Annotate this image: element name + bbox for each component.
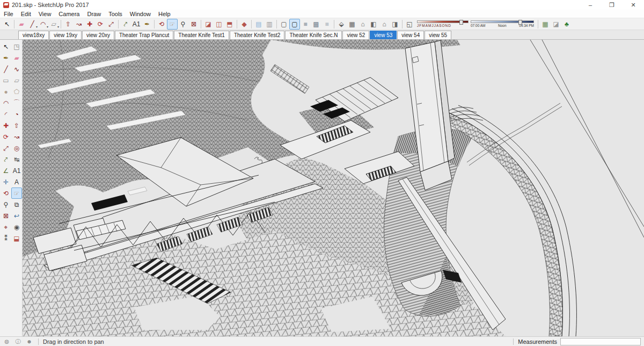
scale-icon[interactable]: ⤢: [1, 142, 11, 154]
tab-theater-trap-plancut[interactable]: Theater Trap Plancut: [115, 31, 173, 39]
pan-tool-icon[interactable]: ☞: [167, 19, 178, 30]
tab-theater-knife-sec-n[interactable]: Theater Knife Sec.N: [285, 31, 342, 39]
shadow-time-slider[interactable]: 07:00 AM Noon 04:34 PM: [471, 20, 534, 27]
offset-icon[interactable]: ◎: [11, 142, 22, 154]
section-display-icon[interactable]: ◫: [214, 19, 224, 30]
zoom-extents-icon[interactable]: ⊠: [188, 19, 199, 30]
eraser-icon[interactable]: ▰: [11, 52, 22, 63]
section-fill-icon[interactable]: ◆: [239, 19, 250, 30]
text-tool-icon[interactable]: A1: [131, 19, 142, 30]
three-point-arc-icon[interactable]: ◜: [1, 109, 11, 120]
menu-window[interactable]: Window: [126, 10, 155, 18]
view-top-icon[interactable]: ▦: [347, 19, 357, 30]
rotate-icon[interactable]: ⟳: [1, 131, 11, 142]
rectangle-tool-icon[interactable]: ▱ ▾: [48, 19, 59, 30]
view-iso-icon[interactable]: ⬙: [336, 19, 347, 30]
zoom-window-icon[interactable]: ⧉: [11, 199, 22, 210]
follow-me-tool-icon[interactable]: ↝: [74, 19, 84, 30]
line-icon[interactable]: ╱: [1, 63, 11, 75]
paint-bucket-icon[interactable]: ✒: [1, 52, 11, 63]
position-camera-icon[interactable]: ⌖: [1, 221, 11, 233]
section-cut-icon[interactable]: ⬒: [224, 19, 235, 30]
make-component-icon[interactable]: ◳: [11, 41, 22, 52]
freehand-icon[interactable]: ∿: [11, 63, 22, 75]
pie-icon[interactable]: ◔: [11, 109, 22, 120]
rotated-rectangle-icon[interactable]: ▱: [11, 75, 22, 86]
arc-tool-icon[interactable]: ◠ ▾: [38, 19, 48, 30]
geolocation-icon[interactable]: ◍: [3, 338, 10, 345]
menu-camera[interactable]: Camera: [55, 10, 83, 18]
tab-theater-knife-test2[interactable]: Theater Knife Test2: [230, 31, 285, 39]
section-plane-icon[interactable]: ⬓: [11, 233, 22, 244]
3d-text-icon[interactable]: A: [11, 176, 22, 188]
circle-icon[interactable]: ●: [1, 86, 11, 97]
tape-measure-tool-icon[interactable]: ⤤: [120, 19, 131, 30]
sign-in-icon[interactable]: ☻: [26, 338, 33, 345]
tab-view-52[interactable]: view 52: [342, 31, 369, 39]
shaded-style-icon[interactable]: ■: [300, 19, 311, 30]
dimension-icon[interactable]: ↹: [11, 154, 22, 165]
select-tool-icon[interactable]: ↖: [1, 41, 11, 52]
model-viewport[interactable]: [23, 40, 644, 336]
pan-icon[interactable]: ☞: [11, 188, 22, 199]
monochrome-style-icon[interactable]: ■: [321, 19, 332, 30]
push-pull-icon[interactable]: ⇧: [11, 120, 22, 131]
shadows-toggle-icon[interactable]: ◱: [404, 19, 415, 30]
menu-draw[interactable]: Draw: [83, 10, 105, 18]
view-left-icon[interactable]: ◨: [390, 19, 400, 30]
move-icon[interactable]: ✚: [1, 120, 11, 131]
tab-view-55[interactable]: view 55: [425, 31, 451, 39]
back-edges-style-icon[interactable]: ▥: [264, 19, 275, 30]
menu-tools[interactable]: Tools: [105, 10, 126, 18]
follow-me-icon[interactable]: ↝: [11, 131, 22, 142]
tab-theater-knife-test1[interactable]: Theater Knife Test1: [174, 31, 229, 39]
tab-view-53[interactable]: view 53: [370, 31, 397, 39]
measurements-input[interactable]: [560, 338, 641, 345]
menu-help[interactable]: Help: [155, 10, 174, 18]
eraser-tool-icon[interactable]: ▰: [16, 19, 27, 30]
zoom-icon[interactable]: ⚲: [1, 199, 11, 210]
push-pull-tool-icon[interactable]: ⇧: [63, 19, 74, 30]
add-location-icon[interactable]: ▦: [540, 19, 551, 30]
tape-measure-icon[interactable]: ⤤: [1, 154, 11, 165]
tab-view-20xy[interactable]: view 20xy: [82, 31, 114, 39]
shadow-time-bar[interactable]: [471, 20, 534, 23]
zoom-previous-icon[interactable]: ↩: [11, 210, 22, 221]
wireframe-style-icon[interactable]: ▢: [279, 19, 289, 30]
protractor-icon[interactable]: ∠: [1, 165, 11, 176]
shaded-textures-style-icon[interactable]: ▩: [311, 19, 321, 30]
dropdown-arrow-icon[interactable]: ▾: [57, 25, 59, 28]
paint-bucket-tool-icon[interactable]: ✒: [142, 19, 152, 30]
polygon-icon[interactable]: ⬠: [11, 86, 22, 97]
get-models-icon[interactable]: ♣: [561, 19, 572, 30]
rotate-tool-icon[interactable]: ⟳: [95, 19, 106, 30]
view-right-icon[interactable]: ◧: [368, 19, 379, 30]
hidden-line-style-icon[interactable]: ▢: [289, 19, 300, 30]
select-tool-icon[interactable]: ↖: [2, 19, 12, 30]
shadow-month-handle[interactable]: [459, 20, 463, 25]
toggle-terrain-icon[interactable]: ◪: [551, 19, 561, 30]
line-tool-icon[interactable]: ╱ ▾: [27, 19, 38, 30]
shadow-time-handle[interactable]: [518, 20, 522, 25]
view-back-icon[interactable]: ⌂: [379, 19, 390, 30]
claim-credit-icon[interactable]: ⓘ: [14, 338, 21, 345]
arc-icon[interactable]: ◠: [1, 97, 11, 109]
rectangle-icon[interactable]: ▭: [1, 75, 11, 86]
tab-view18xy[interactable]: view18xy: [18, 31, 49, 39]
minimize-button[interactable]: –: [580, 0, 601, 10]
menu-edit[interactable]: Edit: [17, 10, 35, 18]
view-front-icon[interactable]: ⌂: [357, 19, 368, 30]
orbit-icon[interactable]: ⟲: [1, 188, 11, 199]
tab-view-19xy[interactable]: view 19xy: [49, 31, 82, 39]
shadow-month-slider[interactable]: JFMAMJJASOND: [417, 20, 469, 27]
menu-file[interactable]: File: [0, 10, 17, 18]
xray-style-icon[interactable]: ▤: [253, 19, 264, 30]
tab-view-54[interactable]: view 54: [397, 31, 424, 39]
shadow-month-bar[interactable]: [417, 20, 469, 23]
zoom-tool-icon[interactable]: ⚲: [178, 19, 188, 30]
orbit-tool-icon[interactable]: ⟲: [156, 19, 167, 30]
section-plane-icon[interactable]: ◪: [203, 19, 214, 30]
axes-icon[interactable]: ✛: [1, 176, 11, 188]
close-button[interactable]: ✕: [623, 0, 644, 10]
two-point-arc-icon[interactable]: ⌒: [11, 97, 22, 109]
